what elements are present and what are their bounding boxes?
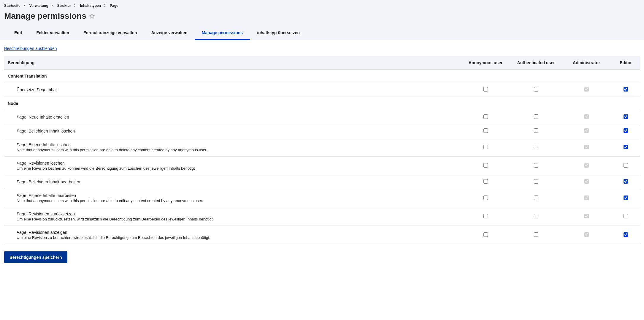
permission-checkbox[interactable] <box>624 179 628 184</box>
permission-checkbox <box>584 163 589 168</box>
permission-label: Page: Neue Inhalte erstellen <box>17 115 457 119</box>
save-permissions-button[interactable]: Berechtigungen speichern <box>4 251 67 263</box>
permission-checkbox[interactable] <box>483 196 488 200</box>
breadcrumb-item[interactable]: Page <box>110 4 118 8</box>
permission-description: Um eine Revision löschen zu können wird … <box>17 166 457 171</box>
permission-checkbox[interactable] <box>624 214 628 218</box>
permissions-table: BerechtigungAnonymous userAuthenticated … <box>4 56 640 244</box>
permission-checkbox[interactable] <box>624 145 628 149</box>
tab[interactable]: Anzeige verwalten <box>144 26 194 40</box>
col-role: Authenticated user <box>511 56 561 70</box>
permission-cell: Page: Beliebigen Inhalt löschen <box>4 124 460 138</box>
permission-checkbox[interactable] <box>624 128 628 133</box>
permission-label: Page: Eigene Inhalte bearbeiten <box>17 193 457 198</box>
table-row: Page: Beliebigen Inhalt löschen <box>4 124 640 138</box>
tab[interactable]: Felder verwalten <box>29 26 76 40</box>
permission-checkbox[interactable] <box>624 232 628 237</box>
permission-checkbox[interactable] <box>534 214 538 218</box>
permission-checkbox[interactable] <box>483 163 488 168</box>
permission-checkbox[interactable] <box>624 196 628 200</box>
col-role: Anonymous user <box>460 56 511 70</box>
permission-label: Page: Revisionen zurücksetzen <box>17 212 457 216</box>
permission-label: Page: Beliebigen Inhalt löschen <box>17 129 457 133</box>
permission-label: Übersetze Page Inhalt <box>17 87 457 92</box>
chevron-right-icon: 〉 <box>104 4 107 8</box>
breadcrumb-item[interactable]: Inhaltstypen <box>80 4 101 8</box>
permission-description: Um eine Revision zu betrachten, wird zus… <box>17 235 457 240</box>
table-row: Page: Beliebigen Inhalt bearbeiten <box>4 175 640 189</box>
chevron-right-icon: 〉 <box>74 4 77 8</box>
permission-cell: Page: Beliebigen Inhalt bearbeiten <box>4 175 460 189</box>
hide-descriptions-link[interactable]: Beschreibungen ausblenden <box>4 46 57 51</box>
table-row: Übersetze Page Inhalt <box>4 83 640 97</box>
permission-checkbox[interactable] <box>624 114 628 119</box>
permission-cell: Page: Eigene Inhalte löschenNote that an… <box>4 138 460 157</box>
permission-section: Content Translation <box>4 70 640 83</box>
table-row: Page: Neue Inhalte erstellen <box>4 110 640 124</box>
col-role: Editor <box>612 56 640 70</box>
permission-label: Page: Eigene Inhalte löschen <box>17 142 457 147</box>
star-icon[interactable] <box>89 13 95 19</box>
breadcrumb-item[interactable]: Struktur <box>57 4 71 8</box>
permission-checkbox <box>584 214 589 218</box>
permission-description: Note that anonymous users with this perm… <box>17 148 457 152</box>
permission-checkbox[interactable] <box>534 87 538 92</box>
permission-checkbox <box>584 179 589 184</box>
tab[interactable]: Formularanzeige verwalten <box>76 26 144 40</box>
chevron-right-icon: 〉 <box>23 4 26 8</box>
permission-cell: Übersetze Page Inhalt <box>4 83 460 97</box>
tabs: EditFelder verwaltenFormularanzeige verw… <box>7 26 640 40</box>
breadcrumb-item[interactable]: Verwaltung <box>29 4 48 8</box>
permission-checkbox[interactable] <box>534 196 538 200</box>
permission-cell: Page: Revisionen anzeigenUm eine Revisio… <box>4 226 460 244</box>
permission-checkbox[interactable] <box>534 179 538 184</box>
permission-checkbox[interactable] <box>483 232 488 237</box>
permission-checkbox <box>584 128 589 133</box>
permission-checkbox[interactable] <box>534 145 538 149</box>
permission-cell: Page: Neue Inhalte erstellen <box>4 110 460 124</box>
permission-checkbox[interactable] <box>483 214 488 218</box>
permission-description: Um eine Revision zurückzusetzen, wird zu… <box>17 217 457 221</box>
permission-checkbox <box>584 87 589 92</box>
permission-cell: Page: Revisionen löschenUm eine Revision… <box>4 157 460 175</box>
permission-section: Node <box>4 97 640 110</box>
permission-checkbox <box>584 114 589 119</box>
chevron-right-icon: 〉 <box>51 4 54 8</box>
tab[interactable]: inhaltstyp übersetzen <box>250 26 307 40</box>
permission-description: Note that anonymous users with this perm… <box>17 198 457 203</box>
permission-checkbox <box>584 145 589 149</box>
table-row: Page: Revisionen anzeigenUm eine Revisio… <box>4 226 640 244</box>
permission-checkbox[interactable] <box>483 128 488 133</box>
permission-cell: Page: Eigene Inhalte bearbeitenNote that… <box>4 189 460 207</box>
permission-checkbox[interactable] <box>534 114 538 119</box>
permission-checkbox[interactable] <box>483 87 488 92</box>
col-permission: Berechtigung <box>4 56 460 70</box>
breadcrumb: Startseite〉Verwaltung〉Struktur〉Inhaltsty… <box>4 2 640 10</box>
permission-checkbox <box>584 232 589 237</box>
permission-checkbox[interactable] <box>624 87 628 92</box>
col-role: Administrator <box>561 56 612 70</box>
permission-checkbox[interactable] <box>534 163 538 168</box>
table-row: Page: Eigene Inhalte löschenNote that an… <box>4 138 640 157</box>
breadcrumb-item[interactable]: Startseite <box>4 4 20 8</box>
permission-label: Page: Revisionen löschen <box>17 161 457 165</box>
table-row: Page: Revisionen löschenUm eine Revision… <box>4 157 640 175</box>
page-title: Manage permissions <box>4 11 86 21</box>
table-row: Page: Eigene Inhalte bearbeitenNote that… <box>4 189 640 207</box>
table-row: Page: Revisionen zurücksetzenUm eine Rev… <box>4 207 640 226</box>
tab[interactable]: Manage permissions <box>195 26 250 40</box>
permission-label: Page: Revisionen anzeigen <box>17 230 457 235</box>
tab[interactable]: Edit <box>7 26 29 40</box>
permission-checkbox <box>584 196 589 200</box>
permission-cell: Page: Revisionen zurücksetzenUm eine Rev… <box>4 207 460 226</box>
permission-checkbox[interactable] <box>483 145 488 149</box>
permission-checkbox[interactable] <box>624 163 628 168</box>
permission-checkbox[interactable] <box>483 114 488 119</box>
permission-label: Page: Beliebigen Inhalt bearbeiten <box>17 179 457 184</box>
permission-checkbox[interactable] <box>483 179 488 184</box>
permission-checkbox[interactable] <box>534 232 538 237</box>
permission-checkbox[interactable] <box>534 128 538 133</box>
